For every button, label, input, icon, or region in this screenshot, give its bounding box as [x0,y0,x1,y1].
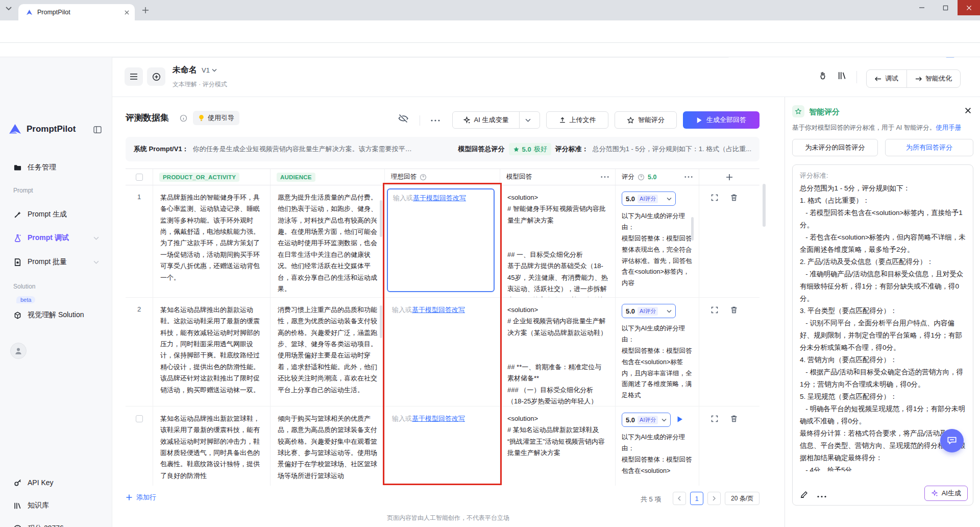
sidebar-item-prompt-debug[interactable]: Prompt 调试 [6,228,106,248]
cell-audience[interactable]: 消费习惯上注重产品的品质和功能性，愿意为优质的运动装备支付较高的价格。兴趣爱好广… [271,298,385,406]
sidebar-collapse-icon[interactable] [93,125,102,134]
tab-close-icon[interactable] [124,10,130,15]
generate-all-button[interactable]: 生成全部回答 [683,111,760,129]
floating-avatar[interactable] [10,343,27,359]
ai-generate-criteria-button[interactable]: AI生成 [924,486,968,501]
score-select[interactable]: 5.0 AI评分 [622,304,676,318]
delete-row-icon[interactable] [730,415,738,423]
row-number[interactable]: 1 [126,185,153,297]
model-column-menu-icon[interactable] [601,176,609,178]
sidebar-item-vision-solution[interactable]: 视觉理解 Solution [6,305,106,325]
prev-page-button[interactable] [673,492,686,505]
sidebar-item-points[interactable]: 积分 39776 [6,519,106,527]
delete-row-icon[interactable] [730,194,738,202]
add-row-button[interactable]: 添加行 [126,493,156,502]
rewrite-from-model-link[interactable]: 基于模型回答改写 [413,194,466,202]
add-column-button[interactable] [699,169,760,185]
row-checkbox[interactable] [136,415,143,422]
sidebar-item-knowledge[interactable]: 知识库 [6,496,106,515]
expand-cell-icon[interactable] [710,306,719,314]
ai-variable-dropdown[interactable] [519,112,536,128]
ideal-answer-textarea[interactable]: 输入或基于模型回答改写 [387,188,495,292]
system-prompt-bar[interactable]: 系统 Prompt/V1： 你的任务是生成企业短视频营销内容批量生产解决方案。该… [126,137,760,161]
edit-criteria-icon[interactable] [800,490,808,499]
more-actions-button[interactable] [427,113,444,128]
cell-audience[interactable]: 倾向于购买与篮球相关的优质产品，愿意为高品质的篮球装备支付较高价格。兴趣爱好集中… [271,406,385,486]
feedback-icon[interactable] [818,70,828,81]
points-coin-icon [13,524,22,527]
row-number[interactable]: 2 [126,298,153,406]
new-tab-button[interactable] [142,7,149,14]
hide-column-button[interactable] [398,113,408,124]
cell-scrollbar[interactable] [380,200,382,237]
window-close-button[interactable] [958,0,980,15]
page-size-select[interactable]: 20 条/页 [725,492,760,505]
usage-guide-button[interactable]: 使用引导 [193,111,239,125]
score-column-menu-icon[interactable] [684,176,693,178]
delete-row-icon[interactable] [730,306,738,314]
cell-ideal-answer[interactable]: 输入或基于模型回答改写 [385,406,500,486]
sidebar-item-prompt-batch[interactable]: Prompt 批量 [6,252,106,272]
optimize-tab[interactable]: 智能优化 [906,70,960,87]
cell-product[interactable]: 某知名运动品牌推出的新款运动鞋。这款运动鞋采用了最新的缓震科技，能有效减轻运动时… [153,298,271,406]
select-all-checkbox[interactable] [136,174,143,181]
score-reason[interactable]: 以下为AI生成的评分理由： 模型回答整体：模型回答包含在<solution>标签… [622,323,694,401]
sidebar-item-api-key[interactable]: API Key [6,473,106,492]
rewrite-from-model-link[interactable]: 基于模型回答改写 [412,415,465,422]
column-header-product[interactable]: PRODUCT_OR_ACTIVITY [159,173,239,182]
cell-ideal-answer[interactable]: 输入或基于模型回答改写 [385,298,500,406]
add-task-button[interactable] [147,67,165,86]
close-icon[interactable] [965,107,971,114]
cell-model-answer[interactable]: <solution> # 智能健身手环短视频营销内容批量生产解决方案 ## 一、… [500,185,616,297]
column-header-score[interactable]: 评分 [622,173,634,181]
next-page-button[interactable] [707,492,721,505]
page-number-button[interactable]: 1 [690,492,703,505]
promptpilot-logo-icon [8,123,22,135]
info-icon[interactable] [180,114,187,122]
column-header-audience[interactable]: AUDIENCE [277,173,315,182]
evaluation-table: PRODUCT_OR_ACTIVITY AUDIENCE 理想回答 模型回答 评… [126,169,760,485]
ai-generate-variable-button[interactable]: AI 生成变量 [456,112,516,128]
browser-tab[interactable]: PromptPilot [18,4,135,20]
cell-audience[interactable]: 愿意为提升生活质量的产品付费。他们热衷于运动，如跑步、健身、游泳等，对科技产品也… [271,185,385,297]
window-minimize-button[interactable] [911,0,933,15]
criteria-text[interactable]: 总分范围为1 - 5分，评分规则如下： 1. 格式（占比重要）： - 若模型回答… [793,182,973,471]
column-header-model[interactable]: 模型回答 [506,173,532,181]
cell-scrollbar[interactable] [380,305,382,338]
cell-product[interactable]: 某品牌新推出的智能健身手环，具备心率监测、运动轨迹记录、睡眠监测等多种功能。该手… [153,185,271,297]
content-scrollbar[interactable] [763,184,766,227]
tab-search-chevron-icon[interactable] [5,6,12,11]
help-icon[interactable] [638,174,645,181]
criteria-editor[interactable]: 评分标准: 总分范围为1 - 5分，评分规则如下： 1. 格式（占比重要）： -… [792,164,973,506]
score-select[interactable]: 5.0 AI评分 [622,413,671,427]
score-select[interactable]: 5.0 AI评分 [622,191,676,206]
cell-model-answer[interactable]: <solution> # 某知名运动品牌新款篮球鞋及“挑战灌篮王”活动短视频营销… [500,406,616,486]
score-all-button[interactable]: 为所有回答评分 [885,139,973,156]
run-score-icon[interactable] [677,416,683,423]
criteria-more-icon[interactable] [817,495,826,498]
menu-button[interactable] [125,67,143,86]
cell-product[interactable]: 某知名运动品牌推出新款篮球鞋，该鞋采用了最新的缓震科技，能有效减轻运动时对脚部的… [153,406,271,486]
cell-model-answer[interactable]: <solution> # 企业短视频营销内容批量生产解决方案（某运动品牌新款运动… [500,298,616,406]
cell-scrollbar[interactable] [691,217,694,241]
mode-switcher: 调试 智能优化 [866,69,961,88]
smart-score-button[interactable]: 智能评分 [615,111,677,129]
debug-tab[interactable]: 调试 [867,70,906,87]
column-header-ideal[interactable]: 理想回答 [391,173,416,181]
upload-file-button[interactable]: 上传文件 [546,111,608,129]
manual-link[interactable]: 使用手册 [936,124,961,131]
customer-service-button[interactable] [940,429,964,452]
score-unscored-button[interactable]: 为未评分的回答评分 [792,139,878,156]
score-reason[interactable]: 以下为AI生成的评分理由： 模型回答整体：模型回答包含在<solution> [622,432,694,477]
library-icon[interactable] [837,70,847,81]
help-icon[interactable] [420,174,427,181]
score-reason[interactable]: 以下为AI生成的评分理由： 模型回答整体：模型回答整体表现出色，完全符合评估标准… [622,211,694,289]
window-maximize-button[interactable] [934,0,957,15]
batch-doc-icon [13,258,22,267]
sidebar-item-tasks[interactable]: 任务管理 [6,158,106,177]
version-selector[interactable]: V1 [202,66,217,74]
rewrite-from-model-link[interactable]: 基于模型回答改写 [412,306,465,314]
sidebar-item-prompt-generate[interactable]: Prompt 生成 [6,205,106,224]
expand-cell-icon[interactable] [710,194,719,202]
expand-cell-icon[interactable] [710,415,719,423]
